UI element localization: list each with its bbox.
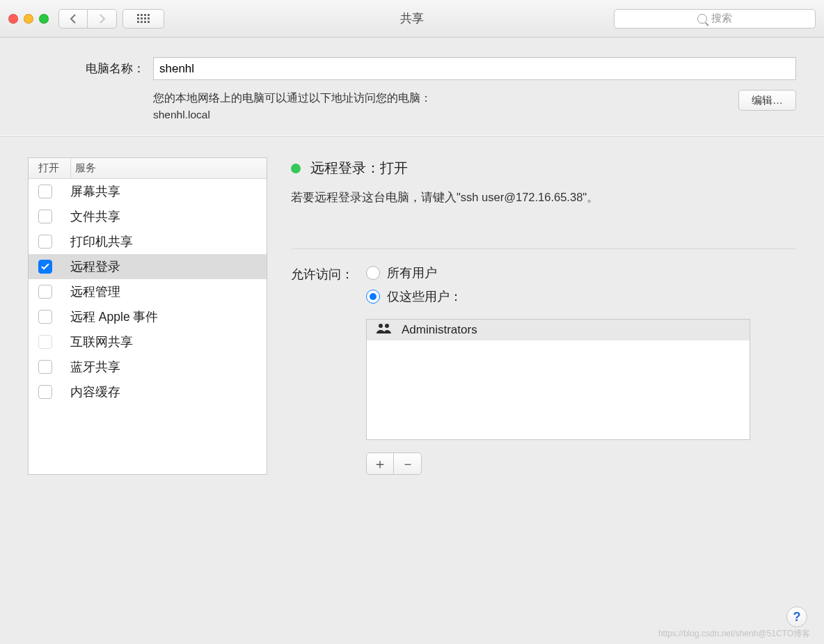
remove-user-button[interactable]: － xyxy=(394,453,422,475)
user-row[interactable]: Administrators xyxy=(367,320,750,340)
chevron-right-icon xyxy=(99,14,106,24)
computer-name-section: 电脑名称： 您的本地网络上的电脑可以通过以下地址访问您的电脑： shenhl.l… xyxy=(0,38,824,136)
traffic-lights xyxy=(8,14,49,24)
back-button[interactable] xyxy=(58,9,88,29)
search-field[interactable]: 搜索 xyxy=(614,9,816,29)
service-item[interactable]: 远程登录 xyxy=(29,254,267,279)
computer-name-description: 您的本地网络上的电脑可以通过以下地址访问您的电脑： shenhl.local xyxy=(153,90,431,123)
service-label: 远程管理 xyxy=(70,283,120,300)
user-name: Administrators xyxy=(402,323,477,337)
service-label: 文件共享 xyxy=(70,208,120,225)
forward-button[interactable] xyxy=(88,9,117,29)
status-indicator-icon xyxy=(291,164,301,173)
service-label: 蓝牙共享 xyxy=(70,359,120,375)
service-checkbox[interactable] xyxy=(38,360,52,374)
nav-group xyxy=(58,9,117,29)
service-checkbox[interactable] xyxy=(38,184,52,198)
service-label: 远程 Apple 事件 xyxy=(70,308,158,325)
help-button[interactable]: ? xyxy=(786,606,807,627)
zoom-window-button[interactable] xyxy=(39,14,49,24)
close-window-button[interactable] xyxy=(8,14,18,24)
search-icon xyxy=(697,14,707,24)
add-user-button[interactable]: ＋ xyxy=(366,453,394,475)
computer-name-input[interactable] xyxy=(153,57,796,80)
service-item[interactable]: 远程 Apple 事件 xyxy=(29,304,267,329)
service-label: 互联网共享 xyxy=(70,333,133,350)
grid-icon xyxy=(137,14,150,23)
column-service: 服务 xyxy=(70,158,267,178)
allow-access-label: 允许访问： xyxy=(291,265,354,475)
service-checkbox[interactable] xyxy=(38,310,52,324)
service-item[interactable]: 文件共享 xyxy=(29,204,267,229)
minimize-window-button[interactable] xyxy=(24,14,33,24)
radio-icon xyxy=(366,266,380,280)
service-item[interactable]: 打印机共享 xyxy=(29,229,267,254)
main-section: 打开 服务 屏幕共享文件共享打印机共享远程登录远程管理远程 Apple 事件互联… xyxy=(0,136,824,496)
radio-all-users[interactable]: 所有用户 xyxy=(366,265,750,281)
services-list: 打开 服务 屏幕共享文件共享打印机共享远程登录远程管理远程 Apple 事件互联… xyxy=(28,157,267,475)
service-label: 远程登录 xyxy=(70,258,120,275)
checkmark-icon xyxy=(41,263,49,270)
service-label: 内容缓存 xyxy=(70,384,120,400)
status-row: 远程登录：打开 xyxy=(291,159,796,178)
service-item[interactable]: 屏幕共享 xyxy=(29,179,267,204)
watermark: https://blog.csdn.net/shenh@51CTO博客 xyxy=(658,628,810,640)
group-icon xyxy=(377,323,392,337)
add-remove-controls: ＋ － xyxy=(366,453,750,475)
status-label: 远程登录：打开 xyxy=(310,159,408,178)
edit-hostname-button[interactable]: 编辑… xyxy=(738,90,796,111)
service-detail-pane: 远程登录：打开 若要远程登录这台电脑，请键入"ssh user@172.16.6… xyxy=(291,157,796,475)
service-item[interactable]: 互联网共享 xyxy=(29,329,267,354)
service-checkbox[interactable] xyxy=(38,235,52,249)
window-titlebar: 共享 搜索 xyxy=(0,0,824,38)
service-label: 打印机共享 xyxy=(70,233,133,250)
service-label: 屏幕共享 xyxy=(70,183,120,200)
service-checkbox[interactable] xyxy=(38,210,52,223)
show-all-button[interactable] xyxy=(122,9,164,29)
service-item[interactable]: 内容缓存 xyxy=(29,379,267,405)
divider xyxy=(291,249,796,249)
service-checkbox[interactable] xyxy=(38,385,52,399)
radio-only-these-users[interactable]: 仅这些用户： xyxy=(366,288,750,305)
service-checkbox[interactable] xyxy=(38,335,52,349)
column-on: 打开 xyxy=(29,162,70,175)
services-header: 打开 服务 xyxy=(29,158,267,179)
allowed-users-list[interactable]: Administrators xyxy=(366,319,750,440)
service-checkbox[interactable] xyxy=(38,260,52,274)
search-placeholder: 搜索 xyxy=(711,12,732,25)
service-item[interactable]: 蓝牙共享 xyxy=(29,354,267,379)
service-checkbox[interactable] xyxy=(38,285,52,299)
ssh-instruction: 若要远程登录这台电脑，请键入"ssh user@172.16.65.38"。 xyxy=(291,190,796,205)
computer-name-label: 电脑名称： xyxy=(28,61,153,77)
radio-icon xyxy=(366,290,380,304)
service-item[interactable]: 远程管理 xyxy=(29,279,267,304)
chevron-left-icon xyxy=(70,14,77,24)
